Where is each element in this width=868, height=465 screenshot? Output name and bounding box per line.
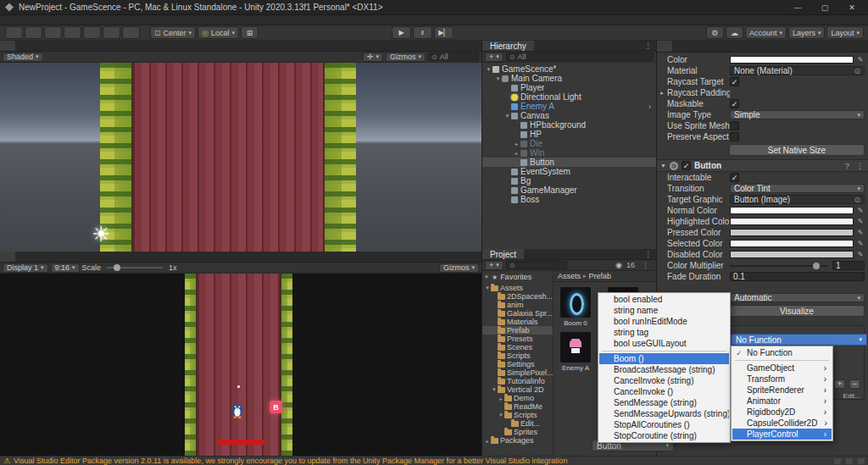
eyedropper-icon[interactable]: ✎ [856,207,865,214]
eyedropper-icon[interactable]: ✎ [856,218,865,225]
function-dropdown[interactable]: No Function ▾ [731,334,867,346]
color-swatch[interactable] [730,218,854,225]
menu-item[interactable]: ✓ bool runInEditMode › [599,316,729,327]
menu-item[interactable]: ✓ No Function › [732,347,832,358]
inspector-row[interactable]: ▸ Use Sprite Mesh ✓ ▾ ⊙ ✎ [657,120,868,131]
tool-settings-dropdown[interactable]: ✛▾ [363,53,383,62]
eyedropper-icon[interactable]: ✎ [856,251,865,258]
add-event-button[interactable]: + [834,379,845,389]
layout-dropdown[interactable]: Layout▾ [826,26,864,39]
hierarchy-item[interactable]: ▼ Main Camera [482,74,656,83]
object-field[interactable]: Button (Image)⊙ [730,195,865,204]
menu-item[interactable]: ✓ SpriteRenderer › [732,385,832,396]
slider-thumb[interactable] [813,263,820,269]
folder-item[interactable]: Scenes [482,343,553,352]
inspector-row[interactable]: ▸ Raycast Padding ✓ ▾ ⊙ ✎ [657,87,868,98]
hierarchy-item[interactable]: Button [482,158,656,167]
expand-arrow-icon[interactable]: ▼ [484,285,491,291]
inspector-row[interactable]: ▸ Fade Duration ✓ 0.1▾ 0.1⊙ ✎ 0.1 0.1 [657,271,868,282]
folder-item[interactable]: Presets [482,335,553,343]
folder-item[interactable]: ▸ Packages [482,436,553,445]
inspector-row[interactable]: ▸ Interactable ✓ ▾ ⊙ ✎ [657,172,868,183]
expand-arrow-icon[interactable]: ▼ [498,412,504,418]
object-field[interactable]: None (Material)⊙ [730,66,865,75]
dropdown[interactable]: Color Tint▾ [730,184,865,193]
asset-item[interactable]: Enemy A [557,332,594,372]
menu-item[interactable]: ✓ SendMessage (string) › [599,397,729,408]
folder-item[interactable]: Settings [482,360,553,368]
hierarchy-search-input[interactable]: ⊙All [506,53,654,61]
checkbox[interactable]: ✓ [730,173,739,182]
menu-item[interactable]: ✓ PlayerControl › [732,429,832,440]
prefab-open-icon[interactable]: › [648,102,654,111]
folder-item[interactable]: ReadMe [482,402,553,411]
inspector-row[interactable]: ▸ Selected Color ✓ ▾ ⊙ ✎ [657,238,868,249]
tab[interactable] [672,41,687,52]
dropdown[interactable]: Simple▾ [730,110,865,119]
object-picker-icon[interactable]: ⊙ [854,196,860,204]
expand-arrow-icon[interactable]: ▼ [485,67,492,72]
slider-field[interactable]: 1 [730,261,865,270]
menu-item[interactable]: ✓ CancelInvoke () › [599,386,729,397]
color-field[interactable]: ✎ [730,250,865,259]
project-search-input[interactable]: ⊙ [506,261,567,269]
inspector-row[interactable]: ▸ Color Multiplier ✓ 1▾ 1⊙ ✎ 1 1 [657,260,868,271]
inspector-row[interactable]: ▸ Pressed Color ✓ ▾ ⊙ ✎ [657,227,868,238]
tab[interactable] [657,41,672,52]
status-activity-icon[interactable] [858,458,865,464]
expand-arrow-icon[interactable]: ▸ [513,141,520,147]
game-toolbar-button[interactable] [423,263,430,272]
inspector-row[interactable]: ▸ Maskable ✓ ▾ ⊙ ✎ [657,98,868,109]
menu-item[interactable]: ✓ string name › [599,305,729,316]
inspector-row[interactable]: ▸ Material ✓ None (Material)▾ None (Mate… [657,65,868,76]
object-picker-icon[interactable]: ⊙ [854,67,860,75]
gizmos-dropdown[interactable]: Gizmos▾ [386,53,426,62]
eyedropper-icon[interactable]: ✎ [856,229,865,236]
component-enabled-checkbox[interactable]: ✓ [682,161,691,170]
menu-item[interactable]: ✓ Rigidbody2D › [732,407,832,418]
panel-menu-icon[interactable]: ⋮ [637,261,654,269]
checkbox[interactable]: ✓ [730,121,739,130]
directional-light-gizmo[interactable]: ☀ [92,222,110,246]
menu-item[interactable]: ✓ string tag › [599,327,729,338]
folder-item[interactable]: Materials [482,318,553,326]
inspector-row[interactable]: ▸ Target Graphic ✓ Button (Image)▾ Butto… [657,194,868,205]
color-swatch[interactable] [730,251,854,258]
breadcrumb-current[interactable]: Prefab [589,272,612,280]
rect-tool[interactable] [83,26,101,39]
hand-tool[interactable] [5,26,23,39]
menu-item[interactable]: ✓ bool useGUILayout › [599,338,729,349]
tab[interactable] [15,41,31,51]
folder-item[interactable]: ▸ Demo [482,394,553,402]
hierarchy-item[interactable]: Player [482,83,656,92]
visualize-button[interactable]: Visualize [729,305,865,317]
expand-arrow-icon[interactable]: ▸ [484,438,491,444]
scene-view[interactable]: ☀ [0,63,481,252]
tab[interactable] [0,41,15,51]
tab-project[interactable]: Project [482,249,524,259]
inspector-row[interactable]: ▸ Color ✓ ▾ ⊙ ✎ [657,54,868,65]
layers-dropdown[interactable]: Layers▾ [788,26,826,39]
color-swatch[interactable] [730,56,854,64]
inspector-row[interactable]: ▸ Normal Color ✓ ▾ ⊙ ✎ [657,205,868,216]
grid-snap-button[interactable]: ⊞ [241,26,259,39]
inspector-row[interactable]: ▸ Preserve Aspect ✓ ▾ ⊙ ✎ [657,131,868,142]
custom-tool[interactable] [122,26,140,39]
game-gizmos-dropdown[interactable]: Gizmos▾ [439,263,479,273]
hierarchy-item[interactable]: EventSystem [482,167,656,176]
checkbox[interactable]: ✓ [730,132,739,141]
asset-item[interactable]: Boom 0 [557,287,594,327]
add-asset-button[interactable]: +▾ [485,261,504,270]
tab[interactable] [0,252,15,262]
color-field[interactable]: ✎ [730,55,865,64]
scale-slider[interactable] [107,267,163,268]
visibility-icon[interactable]: ◉ [614,261,624,269]
menu-item[interactable]: ✓ GameObject › [732,363,832,374]
play-button[interactable]: ▶ [392,26,411,39]
inspector-row[interactable]: ▸ Raycast Target ✓ ▾ ⊙ ✎ [657,76,868,87]
aspect-dropdown[interactable]: 9:16▾ [51,263,80,273]
hierarchy-item[interactable]: HPbackground [482,120,656,130]
hierarchy-item[interactable]: ▼ GameScence* [482,64,656,74]
draw-mode-dropdown[interactable]: Shaded▾ [3,53,43,62]
rotate-tool[interactable] [44,26,62,39]
